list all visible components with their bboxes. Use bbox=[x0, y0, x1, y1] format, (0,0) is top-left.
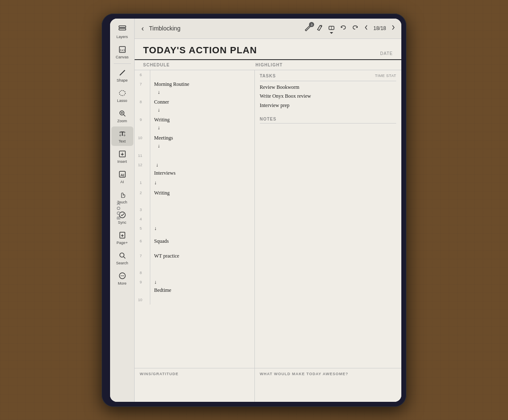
hour-row-9b: 9 ↓Bedtime bbox=[151, 277, 254, 295]
svg-line-7 bbox=[124, 115, 125, 116]
prev-page-button[interactable] bbox=[363, 25, 369, 32]
brand-label: BOOX bbox=[116, 200, 121, 219]
tool-layers[interactable]: Layers bbox=[111, 22, 133, 41]
hour-12: 12 bbox=[138, 160, 142, 170]
more-icon bbox=[118, 271, 127, 280]
task-2: Write Onyx Boox review bbox=[260, 92, 397, 101]
tasks-header: TASKS TIME STAT bbox=[260, 74, 397, 78]
svg-point-30 bbox=[123, 275, 124, 276]
tasks-section: TASKS TIME STAT Review Bookworm Write On… bbox=[260, 70, 397, 114]
more-label: More bbox=[118, 281, 127, 285]
tool-shape[interactable]: Shape bbox=[111, 66, 133, 85]
hour-row-10: 10 Meetings↓ bbox=[151, 133, 254, 151]
hour-row-7: 7 Morning Routine↓ bbox=[151, 80, 254, 97]
hour-9b: 9 bbox=[140, 277, 142, 287]
tool-insert[interactable]: Insert bbox=[111, 147, 133, 166]
lasso-label: Lasso bbox=[117, 99, 127, 103]
tool-lasso[interactable]: Lasso bbox=[111, 86, 133, 105]
svg-line-26 bbox=[124, 257, 125, 258]
hour-row-5: 5 ↓ bbox=[151, 224, 254, 236]
schedule-entry-2: Writing bbox=[151, 188, 173, 198]
task-1: Review Bookworm bbox=[260, 83, 397, 92]
time-stat-label: TIME STAT bbox=[375, 74, 396, 78]
device: BOOX Layers 1x1 bbox=[102, 14, 406, 407]
tool-text[interactable]: T Text bbox=[111, 126, 133, 146]
hour-1: 1 bbox=[140, 178, 142, 187]
tool-zoom[interactable]: Zoom bbox=[111, 106, 133, 126]
hour-6b: 6 bbox=[140, 236, 142, 246]
schedule-entry-12: ↓Interviews bbox=[151, 160, 179, 178]
divider-1 bbox=[114, 63, 131, 64]
date-label: DATE bbox=[380, 51, 393, 56]
layers-label: Layers bbox=[116, 35, 128, 39]
search-label: Search bbox=[116, 261, 128, 265]
hour-5: 5 bbox=[140, 224, 142, 233]
hour-3: 3 bbox=[140, 205, 142, 214]
tool-search[interactable]: Search bbox=[111, 248, 133, 268]
note-content: TODAY'S ACTION PLAN DATE SCHEDULE HIGHLI… bbox=[135, 39, 401, 402]
undo-button[interactable] bbox=[340, 24, 347, 33]
hour-row-12: 12 ↓Interviews bbox=[151, 160, 254, 178]
zoom-icon bbox=[118, 109, 127, 118]
task-3: Interview prep bbox=[260, 101, 397, 110]
lasso-icon bbox=[118, 88, 127, 98]
schedule-entry-7b: WT practice bbox=[151, 251, 182, 261]
canvas-label: Canvas bbox=[116, 55, 129, 59]
svg-rect-1 bbox=[119, 28, 126, 30]
hour-2: 2 bbox=[140, 188, 142, 198]
page-body: 6 7 Morning Routine↓ 8 bbox=[135, 70, 401, 368]
schedule-entry-9: Writing↓ bbox=[151, 115, 173, 133]
schedule-column: 6 7 Morning Routine↓ 8 bbox=[135, 70, 255, 368]
svg-rect-0 bbox=[119, 26, 126, 27]
ai-label: AI bbox=[120, 180, 124, 184]
marker-tool-button[interactable] bbox=[316, 24, 323, 33]
topbar: ‹ Timblocking 3 bbox=[135, 19, 401, 39]
hour-8b: 8 bbox=[140, 268, 142, 277]
svg-point-12 bbox=[124, 132, 125, 133]
main-content: ‹ Timblocking 3 bbox=[135, 19, 401, 402]
next-page-button[interactable] bbox=[390, 25, 396, 32]
page-plus-icon bbox=[118, 231, 127, 240]
shape-label: Shape bbox=[116, 78, 127, 82]
eraser-tool-button[interactable] bbox=[328, 24, 335, 33]
svg-line-4 bbox=[120, 70, 125, 75]
page-header: TODAY'S ACTION PLAN DATE bbox=[135, 39, 401, 60]
tool-ai[interactable]: AI AI bbox=[111, 167, 133, 187]
page-plus-label: Page+ bbox=[116, 241, 127, 245]
hour-row-6b: 6 Squads bbox=[151, 236, 254, 251]
right-panel: TASKS TIME STAT Review Bookworm Write On… bbox=[255, 70, 402, 368]
notes-divider bbox=[260, 123, 397, 124]
hour-7b: 7 bbox=[140, 251, 142, 261]
touch-icon bbox=[118, 190, 127, 199]
tool-more[interactable]: More bbox=[111, 269, 133, 288]
tool-sync[interactable]: Sync bbox=[111, 208, 133, 227]
pen-tool-button[interactable]: 3 bbox=[304, 24, 312, 33]
tasks-divider bbox=[260, 81, 397, 81]
svg-text:1x1: 1x1 bbox=[119, 48, 125, 52]
tool-page-plus[interactable]: Page+ bbox=[111, 228, 133, 247]
back-button[interactable]: ‹ bbox=[140, 23, 146, 34]
schedule-entry-1: ↓ bbox=[151, 178, 160, 188]
bottom-row: WINS/GRATITUDE WHAT WOULD MAKE TODAY AWE… bbox=[135, 368, 401, 402]
tool-touch[interactable]: Touch bbox=[111, 187, 133, 207]
hour-row-1: 1 ↓ bbox=[151, 178, 254, 188]
svg-point-14 bbox=[124, 135, 125, 136]
hour-row-8b: 8 bbox=[151, 268, 254, 277]
ai-icon: AI bbox=[118, 170, 127, 179]
hour-row-7b: 7 WT practice bbox=[151, 251, 254, 268]
tool-canvas[interactable]: 1x1 Canvas bbox=[111, 42, 133, 62]
wins-label: WINS/GRATITUDE bbox=[140, 372, 249, 376]
layers-icon bbox=[118, 25, 127, 34]
shape-icon bbox=[118, 68, 127, 77]
hour-row-3: 3 bbox=[151, 205, 254, 214]
svg-point-25 bbox=[120, 253, 124, 257]
hour-11: 11 bbox=[138, 151, 142, 160]
svg-text:T: T bbox=[120, 130, 124, 137]
redo-button[interactable] bbox=[351, 24, 359, 33]
schedule-entry-8: Conner↓ bbox=[151, 97, 172, 115]
toolbar: Layers 1x1 Canvas Shape bbox=[110, 19, 135, 402]
schedule-entry-11 bbox=[151, 151, 157, 153]
awesome-label: WHAT WOULD MAKE TODAY AWESOME? bbox=[260, 372, 397, 376]
svg-point-28 bbox=[121, 275, 121, 276]
hour-row-4: 4 bbox=[151, 214, 254, 224]
